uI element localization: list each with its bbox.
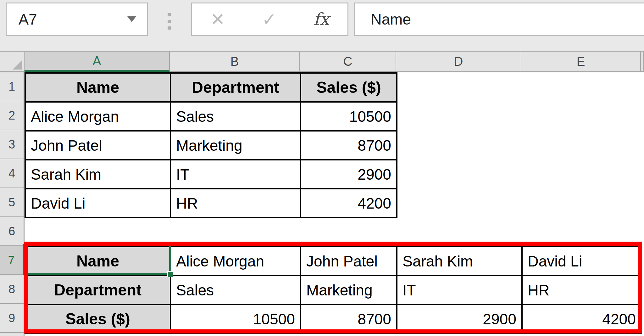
cell-C2[interactable]: 10500	[301, 102, 397, 131]
column-header-c[interactable]: C	[300, 51, 396, 72]
cell-C7[interactable]: John Patel	[301, 247, 397, 276]
enter-icon[interactable]: ✓	[262, 9, 277, 30]
column-header-e[interactable]: E	[521, 51, 641, 72]
cell-B8[interactable]: Sales	[170, 276, 301, 305]
cell-E8[interactable]: HR	[522, 276, 641, 305]
cell-C8[interactable]: Marketing	[301, 276, 397, 305]
formula-bar[interactable]: Name	[354, 3, 644, 36]
cell-A8[interactable]: Department	[25, 276, 170, 305]
spreadsheet-window: A7 ✕ ✓ fx Name A B C D E 1 2 3 4 5 6 7 8…	[0, 0, 644, 336]
name-box-dropdown-icon[interactable]	[127, 16, 136, 22]
separator-dots-icon	[168, 13, 171, 33]
cell-A3[interactable]: John Patel	[25, 131, 170, 160]
row-header-6[interactable]: 6	[0, 217, 25, 246]
cell-B1[interactable]: Department	[170, 73, 301, 102]
cell-A9[interactable]: Sales ($)	[25, 305, 170, 333]
active-cell-selection-border	[23, 244, 171, 275]
row-header-3[interactable]: 3	[0, 130, 25, 159]
cell-B9[interactable]: 10500	[170, 305, 301, 333]
cell-A1[interactable]: Name	[25, 73, 170, 102]
name-box[interactable]: A7	[6, 3, 148, 36]
cell-B7[interactable]: Alice Morgan	[170, 247, 301, 276]
cell-E9[interactable]: 4200	[522, 305, 641, 333]
cell-D9[interactable]: 2900	[397, 305, 522, 333]
cancel-icon[interactable]: ✕	[210, 9, 225, 30]
column-header-d[interactable]: D	[396, 51, 521, 72]
row-header-8[interactable]: 8	[0, 275, 25, 304]
formula-button-group: ✕ ✓ fx	[191, 3, 348, 36]
cell-C9[interactable]: 8700	[301, 305, 397, 333]
select-all-triangle-icon	[13, 60, 22, 70]
insert-function-icon[interactable]: fx	[314, 9, 329, 29]
row-header-10-sliver	[0, 333, 25, 336]
row-header-7[interactable]: 7	[0, 246, 25, 275]
cell-C4[interactable]: 2900	[301, 160, 397, 189]
select-all-corner[interactable]	[0, 51, 25, 72]
source-table: Name Department Sales ($) Alice Morgan S…	[25, 72, 397, 218]
cell-B5[interactable]: HR	[170, 189, 301, 218]
cell-A2[interactable]: Alice Morgan	[25, 102, 170, 131]
row-header-9[interactable]: 9	[0, 304, 25, 333]
row-header-2[interactable]: 2	[0, 101, 25, 130]
row-header-4[interactable]: 4	[0, 159, 25, 188]
cell-A4[interactable]: Sarah Kim	[25, 160, 170, 189]
cell-B4[interactable]: IT	[170, 160, 301, 189]
column-header-f-sliver	[641, 51, 644, 72]
row-header-1[interactable]: 1	[0, 72, 25, 101]
fill-handle[interactable]	[167, 271, 173, 277]
name-box-value: A7	[7, 11, 127, 28]
cell-D7[interactable]: Sarah Kim	[397, 247, 522, 276]
cell-D8[interactable]: IT	[397, 276, 522, 305]
cell-C3[interactable]: 8700	[301, 131, 397, 160]
formula-bar-value: Name	[355, 11, 411, 28]
cell-C5[interactable]: 4200	[301, 189, 397, 218]
cell-A5[interactable]: David Li	[25, 189, 170, 218]
cell-C1[interactable]: Sales ($)	[301, 73, 397, 102]
column-header-b[interactable]: B	[170, 51, 300, 72]
cell-E7[interactable]: David Li	[522, 247, 641, 276]
cell-B2[interactable]: Sales	[170, 102, 301, 131]
column-header-a[interactable]: A	[25, 51, 170, 72]
row-header-5[interactable]: 5	[0, 188, 25, 217]
cell-B3[interactable]: Marketing	[170, 131, 301, 160]
